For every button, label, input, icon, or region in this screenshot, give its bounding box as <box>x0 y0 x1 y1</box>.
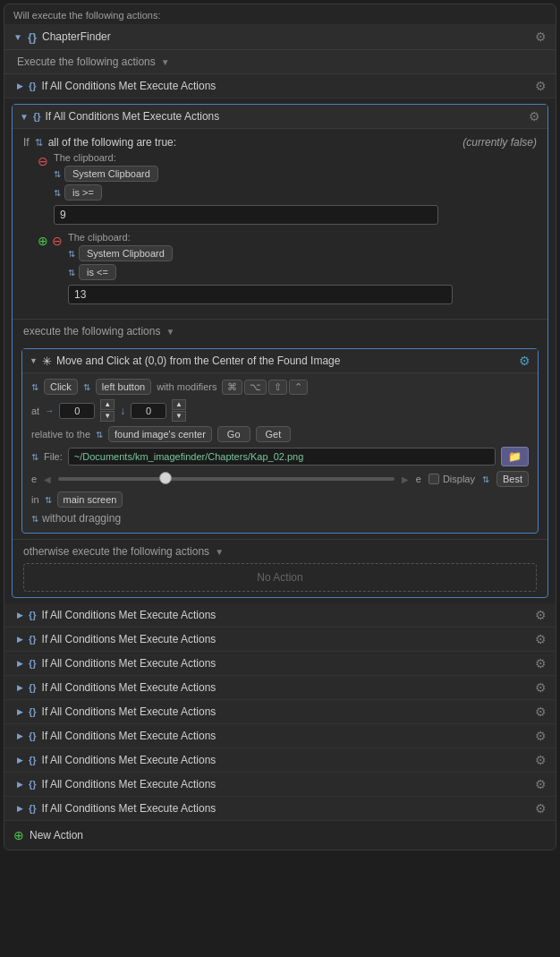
cond2-op-arrow[interactable]: ⇅ <box>68 268 75 278</box>
action-row-first-collapsed[interactable]: ▶ {} If All Conditions Met Execute Actio… <box>4 74 556 98</box>
curly-icon-9: {} <box>29 779 37 790</box>
action-gear-icon-3[interactable]: ⚙ <box>535 632 547 646</box>
expanded-down-triangle[interactable]: ▼ <box>20 112 29 122</box>
y-coord-input[interactable] <box>131 403 166 419</box>
display-checkbox[interactable] <box>428 474 439 484</box>
screen-arrows[interactable]: ⇅ <box>45 495 52 505</box>
chapter-finder-triangle-icon[interactable]: ▼ <box>13 32 22 42</box>
main-screen-btn[interactable]: main screen <box>57 491 123 508</box>
without-dragging-text: without dragging <box>42 512 121 525</box>
mod-shift[interactable]: ⇧ <box>268 380 287 395</box>
y-up-btn[interactable]: ▲ <box>172 399 186 410</box>
best-btn[interactable]: Best <box>496 471 529 487</box>
mod-ctrl[interactable]: ⌃ <box>289 380 308 395</box>
action-gear-icon-10[interactable]: ⚙ <box>535 801 547 816</box>
cond1-op-arrow[interactable]: ⇅ <box>54 188 61 198</box>
inner-action-label: Move and Click at (0,0) from the Center … <box>56 355 340 367</box>
y-stepper[interactable]: ▲ ▼ <box>172 399 186 422</box>
cond1-arrow[interactable]: ⇅ <box>54 169 61 179</box>
found-center-btn[interactable]: found image's center <box>108 426 212 442</box>
action-gear-icon-4[interactable]: ⚙ <box>535 656 547 671</box>
inner-down-triangle[interactable]: ▼ <box>30 356 38 365</box>
slider-thumb[interactable] <box>159 472 172 484</box>
system-clipboard-btn-1[interactable]: System Clipboard <box>64 166 158 182</box>
action-label-6: If All Conditions Met Execute Actions <box>42 705 216 718</box>
left-button-btn[interactable]: left button <box>96 379 151 395</box>
operator-btn-2[interactable]: is <= <box>79 264 116 280</box>
chapter-finder-name: ChapterFinder <box>42 30 111 43</box>
relative-arrows[interactable]: ⇅ <box>96 430 103 440</box>
action-gear-icon-5[interactable]: ⚙ <box>535 680 547 695</box>
action-row-8[interactable]: ▶ {} If All Conditions Met Execute Actio… <box>4 748 556 773</box>
x-up-btn[interactable]: ▲ <box>100 399 115 410</box>
action-gear-icon-6[interactable]: ⚙ <box>535 705 547 719</box>
system-clipboard-btn-2[interactable]: System Clipboard <box>79 245 173 261</box>
otherwise-text: otherwise execute the following actions <box>23 545 209 558</box>
execute-actions-label: Execute the following actions <box>17 56 156 68</box>
folder-btn[interactable]: 📁 <box>501 447 529 466</box>
y-down-btn[interactable]: ▼ <box>172 411 186 422</box>
action-row-10[interactable]: ▶ {} If All Conditions Met Execute Actio… <box>4 797 556 821</box>
condition-item-1: ⊖ The clipboard: ⇅ System Clipboard ⇅ <box>38 152 537 225</box>
curly-icon-5: {} <box>29 682 37 693</box>
no-action-text: No Action <box>257 571 302 584</box>
execute-following-dropdown[interactable]: ▼ <box>165 327 174 337</box>
action-row-7[interactable]: ▶ {} If All Conditions Met Execute Actio… <box>4 724 556 748</box>
x-coord-input[interactable] <box>59 403 95 419</box>
chapter-finder-gear-icon[interactable]: ⚙ <box>535 30 547 44</box>
click-arrows[interactable]: ⇅ <box>31 382 38 392</box>
action-label-8: If All Conditions Met Execute Actions <box>42 754 216 766</box>
clipboard-label-1: The clipboard: <box>54 152 116 163</box>
file-label: File: <box>44 451 63 462</box>
red-minus-icon-1[interactable]: ⊖ <box>38 154 48 168</box>
action-gear-icon-9[interactable]: ⚙ <box>535 777 547 791</box>
action-gear-icon-7[interactable]: ⚙ <box>535 729 547 743</box>
x-stepper[interactable]: ▲ ▼ <box>100 399 115 422</box>
action-gear-icon-1[interactable]: ⚙ <box>535 79 547 93</box>
red-minus-icon-2[interactable]: ⊖ <box>52 234 63 248</box>
play-icon-10: ▶ <box>17 804 23 813</box>
action-row-2[interactable]: ▶ {} If All Conditions Met Execute Actio… <box>4 603 556 628</box>
condition-header-line: If ⇅ all of the following are true: (cur… <box>23 136 537 149</box>
action-row-5[interactable]: ▶ {} If All Conditions Met Execute Actio… <box>4 676 556 700</box>
action-row-6[interactable]: ▶ {} If All Conditions Met Execute Actio… <box>4 700 556 724</box>
if-conditions-section: If ⇅ all of the following are true: (cur… <box>13 129 547 319</box>
expanded-gear-icon[interactable]: ⚙ <box>529 109 540 124</box>
x-down-btn[interactable]: ▼ <box>100 411 115 422</box>
without-dragging-row: ⇅ without dragging <box>31 512 529 525</box>
best-arrows[interactable]: ⇅ <box>482 474 489 484</box>
action-row-4[interactable]: ▶ {} If All Conditions Met Execute Actio… <box>4 652 556 676</box>
slider-track[interactable] <box>58 477 395 481</box>
click-btn[interactable]: Click <box>44 379 78 395</box>
file-arrows[interactable]: ⇅ <box>31 452 38 462</box>
cond2-arrow[interactable]: ⇅ <box>68 249 75 259</box>
button-arrows[interactable]: ⇅ <box>83 382 90 392</box>
new-action-label[interactable]: New Action <box>30 829 83 842</box>
green-plus-icon-2[interactable]: ⊕ <box>38 234 48 248</box>
value-input-1[interactable] <box>54 205 438 225</box>
dragging-arrows[interactable]: ⇅ <box>31 514 38 524</box>
inner-action-gear-icon[interactable]: ⚙ <box>519 354 530 368</box>
otherwise-dropdown[interactable]: ▼ <box>215 547 224 557</box>
operator-btn-1[interactable]: is >= <box>64 184 102 201</box>
all-conditions-arrow[interactable]: ⇅ <box>35 137 43 149</box>
modifier-keys: ⌘ ⌥ ⇧ ⌃ <box>222 380 308 395</box>
expanded-block: ▼ {} If All Conditions Met Execute Actio… <box>12 104 548 598</box>
new-action-bar[interactable]: ⊕ New Action <box>4 821 556 850</box>
mod-opt[interactable]: ⌥ <box>244 380 267 395</box>
file-path-input[interactable] <box>68 448 496 466</box>
value-input-2[interactable] <box>68 285 453 304</box>
at-text: at <box>31 406 39 416</box>
curly-icon-6: {} <box>29 706 37 717</box>
action-gear-icon-8[interactable]: ⚙ <box>535 753 547 767</box>
go-btn[interactable]: Go <box>217 426 250 442</box>
action-row-3[interactable]: ▶ {} If All Conditions Met Execute Actio… <box>4 628 556 652</box>
action-row-9[interactable]: ▶ {} If All Conditions Met Execute Actio… <box>4 773 556 797</box>
execute-actions-dropdown-icon[interactable]: ▼ <box>161 57 170 67</box>
relative-row: relative to the ⇅ found image's center G… <box>31 426 529 442</box>
action-gear-icon-2[interactable]: ⚙ <box>535 608 547 622</box>
get-btn[interactable]: Get <box>256 426 292 442</box>
play-icon-5: ▶ <box>17 683 23 692</box>
play-icon-2: ▶ <box>17 611 23 619</box>
mod-cmd[interactable]: ⌘ <box>222 380 242 395</box>
